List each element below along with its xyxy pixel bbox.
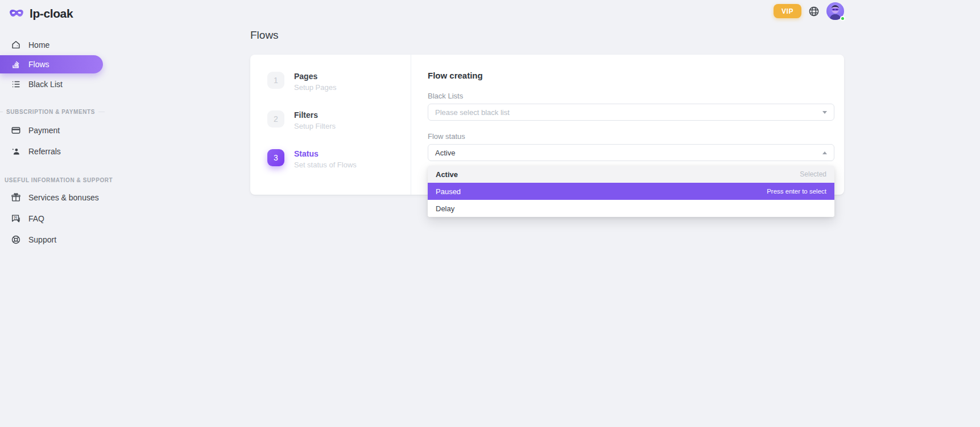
flow-status-dropdown: Active Selected Paused Press enter to se… bbox=[428, 166, 834, 217]
referrals-person-icon bbox=[11, 146, 21, 157]
step-subtitle: Set status of Flows bbox=[294, 161, 357, 169]
sidebar-item-label: Home bbox=[28, 40, 49, 50]
sidebar-item-label: FAQ bbox=[28, 214, 44, 223]
sidebar-item-flows[interactable]: Flows bbox=[0, 55, 103, 73]
black-lists-label: Black Lists bbox=[428, 92, 834, 100]
sidebar-item-label: Flows bbox=[28, 60, 49, 69]
section-header-subscription: SUBSCRIPTION & PAYMENTS bbox=[0, 109, 114, 115]
sidebar-nav-support: Services & bonuses ?! FAQ Support bbox=[0, 187, 114, 250]
chevron-up-icon bbox=[822, 151, 827, 154]
option-active[interactable]: Active Selected bbox=[428, 166, 834, 183]
black-lists-select[interactable]: Please select black list bbox=[428, 104, 834, 121]
option-hint: Selected bbox=[800, 170, 826, 178]
sidebar-nav-payments: Payment Referrals bbox=[0, 120, 114, 162]
black-lists-placeholder: Please select black list bbox=[435, 108, 510, 117]
step-number-badge: 2 bbox=[267, 110, 284, 128]
flow-status-label: Flow status bbox=[428, 132, 834, 141]
sidebar-item-services-bonuses[interactable]: Services & bonuses bbox=[0, 187, 114, 208]
sidebar-item-label: Black List bbox=[28, 80, 63, 89]
sidebar: lp-cloak Home Flows bbox=[0, 0, 114, 427]
step-title: Filters bbox=[294, 110, 336, 120]
sidebar-item-black-list[interactable]: Black List bbox=[0, 75, 114, 93]
vip-button[interactable]: VIP bbox=[774, 4, 801, 18]
sidebar-item-label: Services & bonuses bbox=[28, 193, 99, 202]
mask-logo-icon bbox=[9, 7, 24, 20]
step-number-badge: 1 bbox=[267, 72, 284, 89]
page-title: Flows bbox=[250, 29, 279, 42]
globe-icon[interactable] bbox=[808, 6, 820, 17]
flow-status-select[interactable]: Active bbox=[428, 144, 834, 161]
step-subtitle: Setup Filters bbox=[294, 122, 336, 130]
svg-text:?!: ?! bbox=[14, 215, 17, 219]
sidebar-item-referrals[interactable]: Referrals bbox=[0, 141, 114, 162]
sidebar-item-payment[interactable]: Payment bbox=[0, 120, 114, 141]
divider-line bbox=[98, 112, 105, 112]
avatar[interactable] bbox=[826, 2, 844, 20]
payment-card-icon bbox=[11, 125, 21, 136]
wizard-step-filters[interactable]: 2 Filters Setup Filters bbox=[267, 110, 357, 130]
sidebar-item-label: Payment bbox=[28, 126, 60, 135]
option-paused[interactable]: Paused Press enter to select bbox=[428, 183, 834, 200]
sidebar-item-label: Support bbox=[28, 235, 56, 244]
sidebar-item-support[interactable]: Support bbox=[0, 229, 114, 250]
black-list-icon bbox=[11, 79, 21, 89]
sidebar-nav: Home Flows bbox=[0, 35, 114, 93]
form-title: Flow creating bbox=[428, 71, 834, 80]
flow-creating-card: 1 Pages Setup Pages 2 Filters Setup Filt… bbox=[250, 55, 844, 195]
divider-dash bbox=[0, 112, 3, 112]
wizard-steps: 1 Pages Setup Pages 2 Filters Setup Filt… bbox=[267, 72, 357, 169]
gift-icon bbox=[11, 192, 21, 203]
app-logo-text: lp-cloak bbox=[30, 7, 73, 20]
card-divider bbox=[411, 55, 411, 195]
lifebuoy-icon bbox=[11, 235, 21, 245]
chevron-down-icon bbox=[822, 111, 827, 114]
wizard-step-status[interactable]: 3 Status Set status of Flows bbox=[267, 149, 357, 169]
sidebar-item-home[interactable]: Home bbox=[0, 35, 114, 54]
section-header-support: USEFUL INFORMATION & SUPPORT bbox=[0, 177, 114, 183]
flow-creating-form: Flow creating Black Lists Please select … bbox=[428, 71, 834, 161]
home-icon bbox=[11, 40, 21, 50]
step-title: Pages bbox=[294, 72, 336, 81]
app-logo[interactable]: lp-cloak bbox=[9, 7, 114, 20]
online-status-dot bbox=[840, 16, 845, 21]
topbar: VIP bbox=[774, 2, 844, 20]
option-hint: Press enter to select bbox=[767, 188, 826, 195]
step-number-badge: 3 bbox=[267, 149, 284, 166]
step-subtitle: Setup Pages bbox=[294, 83, 336, 92]
sidebar-item-label: Referrals bbox=[28, 147, 61, 156]
option-delay[interactable]: Delay bbox=[428, 200, 834, 217]
flows-icon bbox=[11, 59, 21, 69]
flow-status-value: Active bbox=[435, 149, 455, 157]
sidebar-item-faq[interactable]: ?! FAQ bbox=[0, 208, 114, 229]
step-title: Status bbox=[294, 149, 357, 158]
faq-bubble-icon: ?! bbox=[11, 214, 21, 224]
wizard-step-pages[interactable]: 1 Pages Setup Pages bbox=[267, 72, 357, 92]
